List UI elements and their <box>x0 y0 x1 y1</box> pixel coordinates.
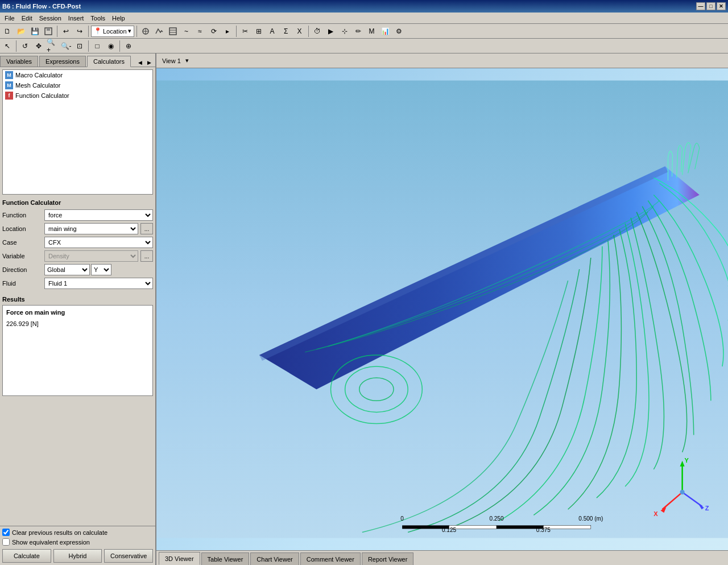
tb-icon16[interactable]: ✏ <box>352 25 365 38</box>
tb-icon14[interactable]: ▶ <box>325 25 337 38</box>
zoom-in-tool[interactable]: 🔍+ <box>46 40 59 52</box>
direction-label: Direction <box>2 266 42 273</box>
svg-point-23 <box>680 490 685 494</box>
zoom-out-tool[interactable]: 🔍- <box>60 40 72 52</box>
case-select[interactable]: CFX <box>44 237 153 248</box>
tab-next-arrow[interactable]: ▶ <box>145 59 153 67</box>
open-button[interactable]: 📂 <box>15 25 27 38</box>
tb-icon7[interactable]: ▸ <box>221 25 234 38</box>
select-tool[interactable]: ↖ <box>1 40 14 52</box>
panel-tabs: Variables Expressions Calculators ◀ ▶ <box>0 53 155 67</box>
location-label: Location <box>2 225 42 232</box>
tree-mesh-calculator[interactable]: M Mesh Calculator <box>3 80 152 90</box>
conservative-button[interactable]: Conservative <box>104 549 153 563</box>
tb-icon3[interactable] <box>167 25 179 38</box>
tab-3d-viewer[interactable]: 3D Viewer <box>159 552 200 565</box>
tree-macro-calculator[interactable]: M Macro Calculator <box>3 70 152 80</box>
tb-icon15[interactable]: ⊹ <box>338 25 351 38</box>
tab-calculators[interactable]: Calculators <box>87 56 131 67</box>
tab-expressions[interactable]: Expressions <box>39 56 86 67</box>
location-browse-button[interactable]: ... <box>140 223 153 234</box>
close-button[interactable]: ✕ <box>717 2 726 10</box>
view-dropdown-arrow[interactable]: ▾ <box>185 57 189 64</box>
new-button[interactable]: 🗋 <box>1 25 14 38</box>
tb-view1[interactable]: ⊕ <box>122 40 135 52</box>
tb-icon13[interactable]: ⏱ <box>311 25 324 38</box>
svg-text:Z: Z <box>705 505 709 512</box>
maximize-button[interactable]: □ <box>706 2 715 10</box>
location-label: Location <box>103 28 127 35</box>
redo-button[interactable]: ↪ <box>73 25 86 38</box>
location-select[interactable]: main wing <box>44 223 138 234</box>
menu-help[interactable]: Help <box>109 14 129 23</box>
tb-icon9[interactable]: ⊞ <box>253 25 265 38</box>
tab-variables[interactable]: Variables <box>0 56 38 67</box>
save-as-button[interactable] <box>42 25 55 38</box>
menu-file[interactable]: File <box>1 14 18 23</box>
sep3 <box>136 26 137 37</box>
sep6 <box>16 40 16 52</box>
clear-label: Clear previous results on calculate <box>12 529 107 536</box>
menu-edit[interactable]: Edit <box>18 14 36 23</box>
pick-tool[interactable]: ◉ <box>105 40 117 52</box>
undo-button[interactable]: ↩ <box>60 25 72 38</box>
pan-tool[interactable]: ✥ <box>32 40 45 52</box>
tb-icon5[interactable]: ≈ <box>194 25 206 38</box>
tb-icon8[interactable]: ✂ <box>239 25 251 38</box>
location-icon: 📍 <box>94 27 102 35</box>
direction-global-select[interactable]: Global Local <box>44 264 90 275</box>
variable-browse-button[interactable]: ... <box>140 250 153 262</box>
tb-icon2[interactable] <box>153 25 166 38</box>
view-label[interactable]: View 1 <box>159 56 184 65</box>
tab-report-viewer[interactable]: Report Viewer <box>362 552 414 565</box>
flow-visualization: Y Z X 0 0.250 0 <box>156 68 728 550</box>
fluid-row: Fluid Fluid 1 <box>2 278 153 289</box>
minimize-button[interactable]: — <box>696 2 705 10</box>
svg-text:0.250: 0.250 <box>489 515 504 522</box>
function-calculator-title: Function Calculator <box>2 199 153 206</box>
tb-icon12[interactable]: X <box>293 25 306 38</box>
tree-function-calculator[interactable]: f Function Calculator <box>3 90 152 101</box>
tab-comment-viewer[interactable]: Comment Viewer <box>300 552 361 565</box>
variable-select[interactable]: Density <box>44 250 138 262</box>
tab-chart-viewer[interactable]: Chart Viewer <box>250 552 299 565</box>
tb-icon18[interactable]: 📊 <box>379 25 392 38</box>
direction-axis-select[interactable]: Y X Z <box>91 264 111 275</box>
expression-checkbox-row: Show equivalent expression <box>2 538 153 546</box>
rotate-tool[interactable]: ↺ <box>19 40 31 52</box>
clear-checkbox[interactable] <box>2 529 10 536</box>
tree-mesh-label: Mesh Calculator <box>15 82 60 89</box>
tb-icon17[interactable]: M <box>366 25 378 38</box>
viewport[interactable]: ANSYS v12.1 Velocity Streamline 1 7.967e… <box>156 68 728 550</box>
zoom-fit-tool[interactable]: ⊡ <box>73 40 86 52</box>
tab-table-viewer[interactable]: Table Viewer <box>201 552 250 565</box>
function-select[interactable]: force torque area massFlow <box>44 209 153 221</box>
calculate-button[interactable]: Calculate <box>2 549 51 563</box>
box-select-tool[interactable]: □ <box>91 40 104 52</box>
tb-icon6[interactable]: ⟳ <box>208 25 220 38</box>
direction-row: Direction Global Local Y X Z <box>2 264 153 275</box>
tb-icon11[interactable]: Σ <box>280 25 292 38</box>
tree-macro-label: Macro Calculator <box>15 72 63 79</box>
location-dropdown[interactable]: 📍 Location ▾ <box>91 26 134 37</box>
menu-insert[interactable]: Insert <box>65 14 88 23</box>
svg-text:Y: Y <box>685 457 689 464</box>
toolbar-view: ↖ ↺ ✥ 🔍+ 🔍- ⊡ □ ◉ ⊕ <box>0 39 728 53</box>
menubar: File Edit Session Insert Tools Help <box>0 13 728 24</box>
case-label: Case <box>2 239 42 246</box>
save-button[interactable]: 💾 <box>28 25 41 38</box>
tab-prev-arrow[interactable]: ◀ <box>136 59 144 67</box>
tb-icon19[interactable]: ⚙ <box>393 25 406 38</box>
calc-buttons: Calculate Hybrid Conservative <box>2 549 153 563</box>
tb-icon10[interactable]: A <box>266 25 279 38</box>
expression-checkbox[interactable] <box>2 538 10 546</box>
hybrid-button[interactable]: Hybrid <box>53 549 102 563</box>
expression-label: Show equivalent expression <box>12 539 90 546</box>
tb-icon4[interactable]: ~ <box>180 25 193 38</box>
tb-icon1[interactable] <box>139 25 152 38</box>
left-panel: Variables Expressions Calculators ◀ ▶ M … <box>0 53 156 565</box>
fluid-select[interactable]: Fluid 1 <box>44 278 153 289</box>
menu-session[interactable]: Session <box>36 14 65 23</box>
menu-tools[interactable]: Tools <box>87 14 109 23</box>
sep5 <box>308 26 309 37</box>
